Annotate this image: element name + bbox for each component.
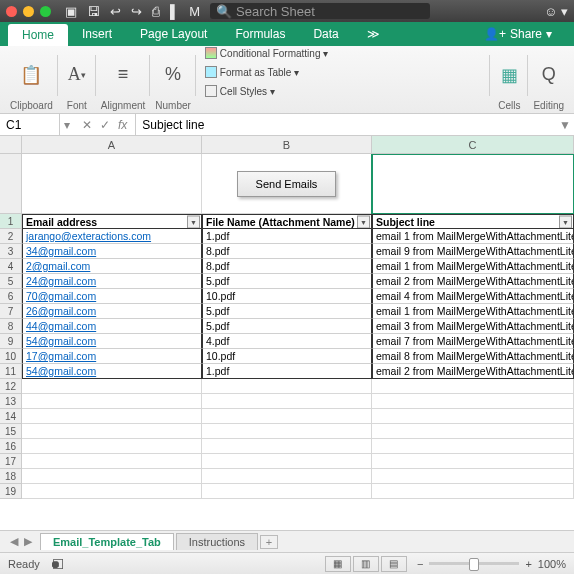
email-cell[interactable]: 2@gmail.com (22, 259, 202, 274)
file-cell[interactable]: 5.pdf (202, 319, 372, 334)
cell[interactable] (22, 394, 202, 409)
row-header[interactable]: 8 (0, 319, 22, 334)
cell[interactable] (22, 424, 202, 439)
filter-dropdown-icon[interactable]: ▼ (187, 215, 200, 228)
column-header-email[interactable]: Email address▼ (22, 214, 202, 229)
row-header[interactable]: 19 (0, 484, 22, 499)
row-header[interactable]: 16 (0, 439, 22, 454)
column-header-subject[interactable]: Subject line▼ (372, 214, 574, 229)
subject-cell[interactable]: email 4 from MailMergeWithAttachmentLite… (372, 289, 574, 304)
cell[interactable] (22, 154, 202, 214)
file-cell[interactable]: 1.pdf (202, 364, 372, 379)
row-header[interactable]: 6 (0, 289, 22, 304)
row-header[interactable]: 14 (0, 409, 22, 424)
zoom-slider[interactable] (429, 562, 519, 565)
email-cell[interactable]: 44@gmail.com (22, 319, 202, 334)
cell-styles-button[interactable]: Cell Styles▾ (205, 82, 329, 100)
zoom-level[interactable]: 100% (538, 558, 566, 570)
minimize-window-button[interactable] (23, 6, 34, 17)
row-header[interactable]: 1 (0, 214, 22, 229)
print-icon[interactable]: ⎙ (152, 5, 160, 18)
col-header-b[interactable]: B (202, 136, 372, 154)
tab-more[interactable]: ≫ (353, 22, 394, 46)
expand-formula-bar-icon[interactable]: ▼ (556, 118, 574, 132)
cell[interactable] (372, 379, 574, 394)
file-cell[interactable]: 5.pdf (202, 304, 372, 319)
undo-icon[interactable]: ↩ (110, 5, 121, 18)
file-cell[interactable]: 1.pdf (202, 229, 372, 244)
cell[interactable] (372, 469, 574, 484)
col-header-c[interactable]: C (372, 136, 574, 154)
sheet-tab-email-template[interactable]: Email_Template_Tab (40, 533, 174, 550)
name-box[interactable]: C1 (0, 114, 60, 135)
row-header[interactable]: 7 (0, 304, 22, 319)
cell[interactable] (202, 394, 372, 409)
cell[interactable]: Send Emails (202, 154, 372, 214)
email-cell[interactable]: 26@gmail.com (22, 304, 202, 319)
row-header[interactable]: 15 (0, 424, 22, 439)
format-as-table-button[interactable]: Format as Table▾ (205, 63, 329, 81)
row-header[interactable]: 9 (0, 334, 22, 349)
row-header[interactable]: 17 (0, 454, 22, 469)
cell[interactable] (22, 469, 202, 484)
row-header[interactable]: 12 (0, 379, 22, 394)
cell[interactable] (202, 409, 372, 424)
email-cell[interactable]: 54@gmail.com (22, 334, 202, 349)
subject-cell[interactable]: email 1 from MailMergeWithAttachmentLite… (372, 304, 574, 319)
subject-cell[interactable]: email 7 from MailMergeWithAttachmentLite… (372, 334, 574, 349)
tab-home[interactable]: Home (8, 24, 68, 46)
file-cell[interactable]: 10.pdf (202, 289, 372, 304)
user-menu[interactable]: ☺ ▾ (544, 4, 568, 19)
page-layout-view-button[interactable]: ▥ (353, 556, 379, 572)
file-cell[interactable]: 8.pdf (202, 244, 372, 259)
confirm-formula-icon[interactable]: ✓ (100, 118, 110, 132)
file-cell[interactable]: 10.pdf (202, 349, 372, 364)
formula-input[interactable]: Subject line (136, 118, 556, 132)
cell[interactable] (202, 454, 372, 469)
file-cell[interactable]: 4.pdf (202, 334, 372, 349)
subject-cell[interactable]: email 1 from MailMergeWithAttachmentLite… (372, 229, 574, 244)
number-icon[interactable]: % (159, 61, 187, 89)
subject-cell[interactable]: email 8 from MailMergeWithAttachmentLite… (372, 349, 574, 364)
row-header[interactable]: 13 (0, 394, 22, 409)
cell[interactable] (372, 484, 574, 499)
row-header[interactable]: 5 (0, 274, 22, 289)
alignment-icon[interactable]: ≡ (109, 61, 137, 89)
save-to-cloud-icon[interactable]: 🖫 (87, 5, 100, 18)
cell[interactable] (22, 409, 202, 424)
selected-cell[interactable] (372, 154, 574, 214)
zoom-in-button[interactable]: + (525, 558, 531, 570)
row-header[interactable]: 3 (0, 244, 22, 259)
subject-cell[interactable]: email 1 from MailMergeWithAttachmentLite… (372, 259, 574, 274)
cell[interactable] (372, 424, 574, 439)
cell[interactable] (372, 394, 574, 409)
row-header[interactable] (0, 154, 22, 214)
paste-icon[interactable]: 📋 (17, 61, 45, 89)
email-cell[interactable]: 70@gmail.com (22, 289, 202, 304)
cell[interactable] (372, 409, 574, 424)
normal-view-button[interactable]: ▦ (325, 556, 351, 572)
cell[interactable] (202, 484, 372, 499)
save-icon[interactable]: ▣ (65, 5, 77, 18)
font-icon[interactable]: A▾ (63, 61, 91, 89)
cell[interactable] (372, 454, 574, 469)
email-cell[interactable]: 17@gmail.com (22, 349, 202, 364)
sheet-tab-instructions[interactable]: Instructions (176, 533, 258, 550)
editing-icon[interactable]: Q (535, 61, 563, 89)
search-sheet-input[interactable]: 🔍 Search Sheet (210, 3, 430, 19)
send-emails-button[interactable]: Send Emails (237, 171, 337, 197)
row-header[interactable]: 18 (0, 469, 22, 484)
file-cell[interactable]: 8.pdf (202, 259, 372, 274)
subject-cell[interactable]: email 2 from MailMergeWithAttachmentLite… (372, 274, 574, 289)
macro-record-icon[interactable]: ⏺⃞ (50, 558, 61, 570)
filter-dropdown-icon[interactable]: ▼ (357, 215, 370, 228)
row-header[interactable]: 10 (0, 349, 22, 364)
page-break-view-button[interactable]: ▤ (381, 556, 407, 572)
redo-icon[interactable]: ↪ (131, 5, 142, 18)
conditional-formatting-button[interactable]: Conditional Formatting▾ (205, 44, 329, 62)
column-header-file[interactable]: File Name (Attachment Name)▼ (202, 214, 372, 229)
cell[interactable] (202, 424, 372, 439)
tab-insert[interactable]: Insert (68, 22, 126, 46)
subject-cell[interactable]: email 9 from MailMergeWithAttachmentLite… (372, 244, 574, 259)
maximize-window-button[interactable] (40, 6, 51, 17)
